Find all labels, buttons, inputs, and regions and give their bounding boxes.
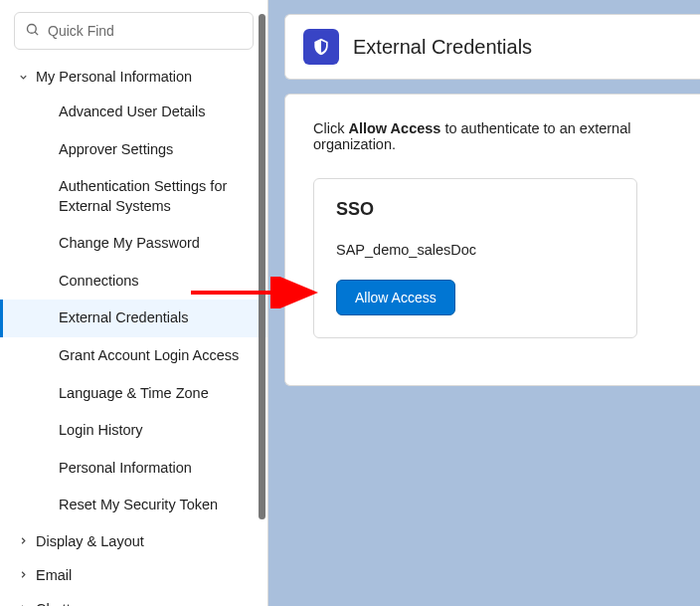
chevron-right-icon (16, 535, 30, 546)
nav-section-chatter[interactable]: Chatter (0, 592, 267, 606)
nav-item-reset-my-security-token[interactable]: Reset My Security Token (0, 487, 267, 524)
nav-item-advanced-user-details[interactable]: Advanced User Details (0, 94, 267, 131)
credential-name: SAP_demo_salesDoc (336, 242, 614, 258)
nav-item-language-time-zone[interactable]: Language & Time Zone (0, 375, 267, 413)
page-body: Click Allow Access to authenticate to an… (284, 94, 700, 386)
search-icon (25, 22, 40, 41)
credential-card: SSO SAP_demo_salesDoc Allow Access (313, 178, 637, 338)
nav-item-authentication-settings[interactable]: Authentication Settings for External Sys… (0, 168, 267, 225)
allow-access-button[interactable]: Allow Access (336, 280, 455, 315)
svg-line-1 (35, 32, 38, 35)
nav-section-label: Display & Layout (36, 533, 144, 549)
nav-item-approver-settings[interactable]: Approver Settings (0, 131, 267, 169)
nav-item-external-credentials[interactable]: External Credentials (0, 300, 267, 337)
main-content: External Credentials Click Allow Access … (268, 0, 700, 606)
nav-item-connections[interactable]: Connections (0, 263, 267, 301)
nav-item-login-history[interactable]: Login History (0, 412, 267, 450)
nav-section-label: Email (36, 567, 72, 583)
nav-item-grant-account-login-access[interactable]: Grant Account Login Access (0, 337, 267, 375)
svg-point-0 (28, 24, 37, 33)
nav-section-label: Chatter (36, 601, 84, 606)
sidebar-scrollbar[interactable] (259, 14, 265, 519)
nav-section-label: My Personal Information (36, 69, 192, 85)
search-input[interactable] (48, 23, 243, 39)
instruction-text: Click Allow Access to authenticate to an… (313, 120, 672, 152)
settings-nav: My Personal Information Advanced User De… (0, 60, 267, 606)
credential-type: SSO (336, 199, 614, 220)
nav-item-change-my-password[interactable]: Change My Password (0, 225, 267, 263)
nav-item-personal-information[interactable]: Personal Information (0, 450, 267, 488)
chevron-down-icon (16, 72, 30, 83)
nav-section-display-layout[interactable]: Display & Layout (0, 524, 267, 558)
page-header: External Credentials (284, 14, 700, 80)
quick-find-search[interactable] (14, 12, 254, 50)
settings-sidebar: My Personal Information Advanced User De… (0, 0, 268, 606)
nav-section-my-personal-information[interactable]: My Personal Information (0, 60, 267, 94)
shield-icon (303, 29, 339, 65)
chevron-right-icon (16, 569, 30, 580)
page-title: External Credentials (353, 36, 532, 59)
nav-section-email[interactable]: Email (0, 558, 267, 592)
